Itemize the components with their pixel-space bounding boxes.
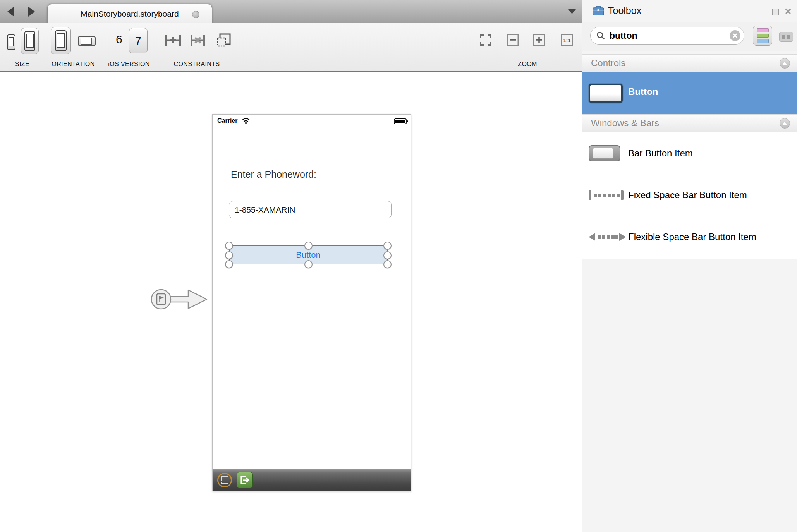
exit-arrow-glyph [240,475,250,485]
translate-button-label: Button [296,250,321,260]
constraints-group-label: CONSTRAINTS [156,61,237,68]
resize-handle-top-right[interactable] [383,242,392,250]
tab-title: MainStoryboard.storyboard [81,9,179,19]
one-to-one-label: 1:1 [563,38,571,43]
iphone-view-controller[interactable]: Carrier Enter a Phoneword: 1-855-XAMARIN [212,114,411,491]
toolbox-icon [593,6,604,16]
toolbox-panel: Toolbox [582,0,797,532]
clear-search-icon[interactable] [730,30,740,41]
zoom-fit-icon[interactable] [479,34,492,46]
zoom-group-label: ZOOM [496,61,558,68]
toolbox-item-flexible-space[interactable]: Flexible Space Bar Button Item [582,216,797,258]
ios-version-6-option[interactable]: 6 [116,33,122,46]
zoom-group: 1:1 ZOOM [473,23,582,71]
orientation-group-label: ORIENTATION [45,61,102,68]
phone-number-field[interactable]: 1-855-XAMARIN [229,201,392,218]
ios-version-7-button[interactable]: 7 [129,28,148,53]
square-icon [782,35,785,39]
design-canvas[interactable]: Carrier Enter a Phoneword: 1-855-XAMARIN [0,72,582,532]
size-group-label: SIZE [0,61,45,68]
toolbox-item-button[interactable]: Button [582,72,797,114]
translate-button[interactable]: Button [229,245,388,264]
resize-handle-top-center[interactable] [304,242,313,250]
constraints-group: CONSTRAINTS [156,23,237,71]
toolbox-item-label: Fixed Space Bar Button Item [628,190,747,201]
back-arrow-icon [7,7,14,17]
windows-bars-section-title: Windows & Bars [591,118,659,129]
section-header-windows-bars[interactable]: Windows & Bars [582,114,797,132]
battery-icon [394,118,408,124]
collapse-windows-bars-icon[interactable] [780,118,790,129]
designer-toolbar: SIZE ORIENTATION 6 7 iOS VERSION [0,23,582,72]
controls-section-title: Controls [591,58,625,69]
toolbox-item-label: Flexible Space Bar Button Item [628,232,756,242]
square-icon [787,35,790,39]
exit-segue-icon[interactable] [237,472,253,488]
zoom-out-icon[interactable] [507,34,519,46]
collapse-controls-icon[interactable] [780,58,790,69]
forward-button[interactable] [25,5,38,18]
designer-pane: MainStoryboard.storyboard SIZE ORIENTAT [0,0,582,532]
orientation-group: ORIENTATION [45,23,102,71]
compact-view-toggle[interactable] [779,32,793,42]
ios-version-7-label: 7 [135,34,142,47]
orientation-portrait-icon [55,30,67,51]
tab-close-dot[interactable] [192,11,199,18]
view-controller-icon[interactable] [217,473,232,487]
section-header-controls[interactable]: Controls [582,54,797,72]
pink-bar-icon [757,28,769,32]
toolbox-search-row [582,22,797,51]
resize-handle-top-left[interactable] [225,242,233,250]
forward-arrow-icon [28,7,35,17]
search-icon [596,31,605,40]
ios-version-group-label: iOS VERSION [102,61,156,68]
wifi-icon [242,118,250,124]
view-controller-toolbar [213,469,411,491]
windows-bars-list: Bar Button Item Fixed Space Bar Button I… [582,132,797,259]
entry-arrow-icon [150,286,211,312]
flexible-space-icon [589,231,626,243]
resize-handle-bottom-center[interactable] [304,260,313,268]
blue-bar-icon [757,39,769,43]
resize-handle-middle-left[interactable] [225,251,233,259]
category-view-toggle[interactable] [753,26,772,46]
update-frames-icon[interactable] [216,33,231,48]
tab-list-chevron-icon[interactable] [568,9,576,14]
fixed-space-icon [589,189,624,201]
search-input[interactable] [609,30,730,41]
toolbox-item-bar-button-item[interactable]: Bar Button Item [582,132,797,174]
size-large-phone-icon [24,31,35,51]
toolbox-item-label: Button [628,86,658,97]
remove-constraint-icon[interactable] [190,34,206,47]
resize-handle-bottom-left[interactable] [225,260,233,268]
resize-handle-bottom-right[interactable] [383,260,392,268]
close-panel-icon[interactable] [785,8,792,15]
size-small-phone-icon[interactable] [7,34,15,50]
tab-mainstoryboard[interactable]: MainStoryboard.storyboard [47,4,212,24]
toolbox-item-label: Bar Button Item [628,148,693,159]
tab-bar: MainStoryboard.storyboard [0,0,582,23]
bar-button-item-icon [589,145,620,161]
toolbox-item-fixed-space[interactable]: Fixed Space Bar Button Item [582,174,797,216]
add-constraint-icon[interactable] [165,34,182,47]
dock-panel-icon[interactable] [772,9,779,15]
back-button[interactable] [4,5,17,18]
phoneword-label: Enter a Phoneword: [231,169,316,180]
carrier-label: Carrier [217,117,237,124]
orientation-portrait-button[interactable] [51,27,71,54]
app-window: MainStoryboard.storyboard SIZE ORIENTAT [0,0,797,532]
toolbox-search-field[interactable] [590,27,744,45]
zoom-in-icon[interactable] [533,34,545,46]
orientation-landscape-icon[interactable] [78,36,96,46]
green-bar-icon [757,34,769,38]
button-thumbnail-icon [589,84,623,103]
zoom-actual-size-icon[interactable]: 1:1 [561,34,573,46]
ios-version-group: 6 7 iOS VERSION [102,23,156,71]
resize-handle-middle-right[interactable] [383,251,392,259]
initial-view-entry-arrow[interactable] [150,286,211,312]
size-group: SIZE [0,23,45,71]
size-large-phone-button[interactable] [21,28,39,54]
phone-number-value: 1-855-XAMARIN [235,205,295,215]
toolbox-title: Toolbox [608,5,641,16]
